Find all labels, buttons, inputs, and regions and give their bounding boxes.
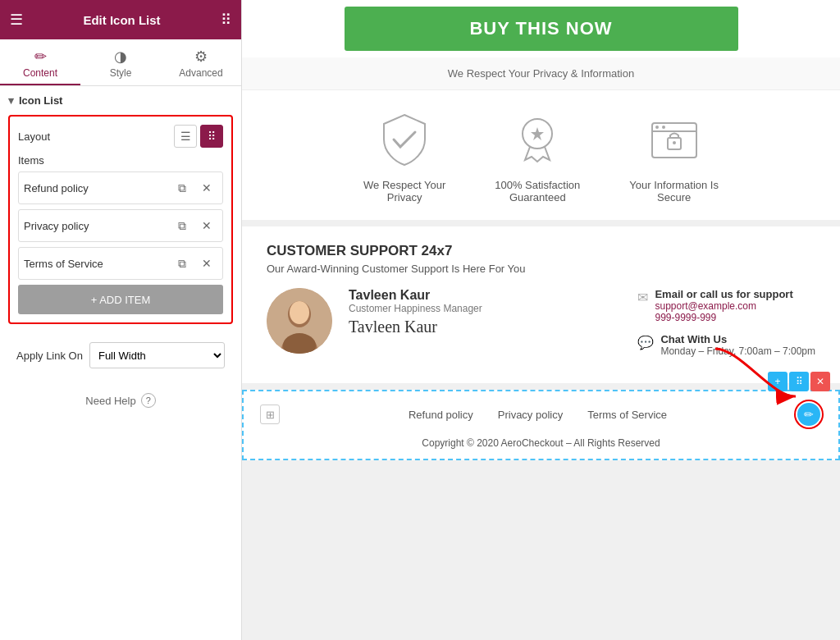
item-delete-2[interactable]: ✕ <box>196 253 217 274</box>
item-actions-2: ⧉ ✕ <box>171 253 217 274</box>
email-address: support@example.com <box>655 300 792 312</box>
item-duplicate-2[interactable]: ⧉ <box>171 253 193 274</box>
svg-marker-1 <box>531 127 544 140</box>
medal-icon <box>504 107 570 172</box>
content-icon: ✏ <box>34 48 47 66</box>
lock-icon <box>641 107 707 172</box>
support-subtitle: Our Award-Winning Customer Support Is He… <box>267 263 815 275</box>
email-icon: ✉ <box>637 290 648 305</box>
panel-header: ☰ Edit Icon List ⠿ <box>0 0 241 39</box>
item-duplicate-0[interactable]: ⧉ <box>171 177 193 199</box>
svg-point-5 <box>662 126 665 129</box>
email-contact: ✉ Email or call us for support support@e… <box>637 288 815 323</box>
footer-move-btn[interactable]: ⠿ <box>789 372 809 391</box>
trust-item-0: We Respect YourPrivacy <box>363 107 445 203</box>
trust-label-1: 100% SatisfactionGuaranteed <box>495 179 580 203</box>
hamburger-icon[interactable]: ☰ <box>10 11 23 29</box>
buy-now-button[interactable]: BUY THIS NOW <box>345 7 738 51</box>
tab-advanced[interactable]: ⚙ Advanced <box>161 39 241 85</box>
footer-link-2[interactable]: Terms of Service <box>587 409 667 421</box>
avatar <box>267 288 332 354</box>
item-label-2: Terms of Service <box>24 258 171 270</box>
item-label-0: Refund policy <box>24 182 171 194</box>
email-info: Email or call us for support support@exa… <box>655 288 792 323</box>
shield-icon <box>372 107 437 172</box>
footer-add-btn[interactable]: + <box>768 372 788 391</box>
items-label: Items <box>18 154 223 167</box>
support-title: CUSTOMER SUPPORT 24x7 <box>267 243 815 259</box>
layout-row: Layout ☰ ⠿ <box>18 125 223 148</box>
layout-list-btn[interactable]: ☰ <box>174 125 197 148</box>
trust-label-2: Your Information IsSecure <box>629 179 719 203</box>
footer-copyright: Copyright © 2020 AeroCheckout – All Righ… <box>244 437 838 459</box>
grid-icon[interactable]: ⠿ <box>221 11 231 29</box>
trust-item-2: Your Information IsSecure <box>629 107 719 203</box>
caret-icon: ▾ <box>8 94 14 107</box>
style-icon: ◑ <box>114 48 127 66</box>
panel-title: Edit Icon List <box>23 13 221 27</box>
footer-link-1[interactable]: Privacy policy <box>498 409 563 421</box>
right-panel: BUY THIS NOW We Respect Your Privacy & I… <box>242 0 840 640</box>
panel-body: ▾ Icon List Layout ☰ ⠿ Items Refund poli… <box>0 86 241 640</box>
chat-title: Chat With Us <box>660 333 815 345</box>
list-item: Privacy policy ⧉ ✕ <box>18 209 223 242</box>
need-help-label: Need Help <box>85 395 135 407</box>
apply-link-select[interactable]: Full Width Icon Only Text Only <box>89 342 225 368</box>
person-name: Tavleen Kaur <box>349 288 482 303</box>
footer-grid-icon: ⊞ <box>260 405 280 424</box>
chat-contact: 💬 Chat With Us Monday – Friday, 7:00am –… <box>637 333 815 357</box>
person-signature: Tavleen Kaur <box>349 318 482 336</box>
need-help-row: Need Help ? <box>8 377 233 424</box>
section-title: Icon List <box>19 94 62 107</box>
layout-grid-btn[interactable]: ⠿ <box>200 125 223 148</box>
footer-close-btn[interactable]: ✕ <box>810 372 830 391</box>
privacy-bar: We Respect Your Privacy & Information <box>242 57 840 90</box>
apply-link-row: Apply Link On Full Width Icon Only Text … <box>8 334 233 377</box>
icon-list-box: Layout ☰ ⠿ Items Refund policy ⧉ ✕ Priva… <box>8 115 233 324</box>
person-role: Customer Happiness Manager <box>349 303 482 314</box>
svg-point-4 <box>655 126 659 129</box>
list-item: Refund policy ⧉ ✕ <box>18 171 223 204</box>
svg-rect-2 <box>652 123 696 158</box>
tab-content[interactable]: ✏ Content <box>0 39 80 85</box>
tab-style-label: Style <box>110 67 132 79</box>
item-delete-1[interactable]: ✕ <box>196 215 217 236</box>
footer-links: Refund policy Privacy policy Terms of Se… <box>288 409 788 421</box>
footer-edit-button[interactable]: ✏ <box>796 401 822 427</box>
privacy-text: We Respect Your Privacy & Information <box>448 67 634 80</box>
support-person: Tavleen Kaur Customer Happiness Manager … <box>349 288 482 336</box>
tab-advanced-label: Advanced <box>179 67 222 79</box>
footer-link-0[interactable]: Refund policy <box>409 409 473 421</box>
trust-label-0: We Respect YourPrivacy <box>363 179 445 203</box>
chat-info: Chat With Us Monday – Friday, 7:00am – 7… <box>660 333 815 357</box>
add-item-button[interactable]: + ADD ITEM <box>18 285 223 314</box>
footer-icon-row: ⊞ Refund policy Privacy policy Terms of … <box>244 391 838 437</box>
email-title: Email or call us for support <box>655 288 792 300</box>
support-contact: ✉ Email or call us for support support@e… <box>637 288 815 367</box>
support-content: Tavleen Kaur Customer Happiness Manager … <box>267 288 815 367</box>
footer-section: + ⠿ ✕ ⊞ Refund policy Privacy policy Ter… <box>242 390 840 460</box>
phone-number: 999-9999-999 <box>655 312 792 323</box>
trust-item-1: 100% SatisfactionGuaranteed <box>495 107 580 203</box>
item-delete-0[interactable]: ✕ <box>196 177 217 199</box>
apply-link-label: Apply Link On <box>16 350 83 362</box>
item-label-1: Privacy policy <box>24 220 171 232</box>
item-actions-0: ⧉ ✕ <box>171 177 217 199</box>
list-item: Terms of Service ⧉ ✕ <box>18 247 223 280</box>
trust-section: We Respect YourPrivacy 100% Satisfaction… <box>242 90 840 220</box>
layout-buttons: ☰ ⠿ <box>174 125 223 148</box>
item-actions-1: ⧉ ✕ <box>171 215 217 236</box>
advanced-icon: ⚙ <box>194 48 208 66</box>
footer-toolbar: + ⠿ ✕ <box>768 372 830 391</box>
svg-point-11 <box>290 301 309 324</box>
left-panel: ☰ Edit Icon List ⠿ ✏ Content ◑ Style ⚙ A… <box>0 0 242 640</box>
section-header: ▾ Icon List <box>8 94 233 107</box>
chat-hours: Monday – Friday, 7:00am – 7:00pm <box>660 345 815 357</box>
tab-style[interactable]: ◑ Style <box>80 39 161 85</box>
buy-now-section: BUY THIS NOW <box>242 0 840 57</box>
chat-icon: 💬 <box>637 335 654 350</box>
svg-point-7 <box>673 141 676 144</box>
help-icon[interactable]: ? <box>141 393 156 408</box>
item-duplicate-1[interactable]: ⧉ <box>171 215 193 236</box>
tabs-bar: ✏ Content ◑ Style ⚙ Advanced <box>0 39 241 86</box>
